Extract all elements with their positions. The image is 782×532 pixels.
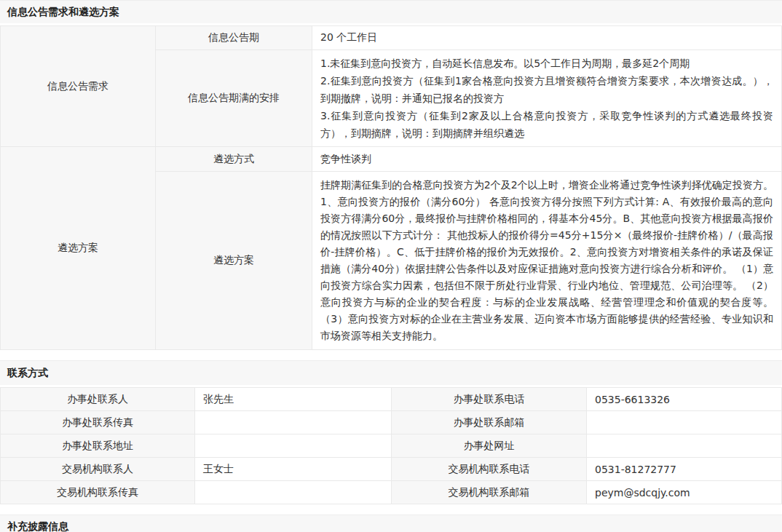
spacer — [0, 350, 782, 360]
field-value-office-address — [195, 434, 392, 458]
field-value-exchange-fax — [195, 481, 392, 504]
field-label-selection-method: 遴选方式 — [156, 147, 312, 172]
field-label-office-address: 办事处联系地址 — [1, 434, 195, 458]
field-value-exchange-contact: 王女士 — [195, 458, 392, 481]
table-row: 办事处联系地址 办事处网址 — [1, 434, 782, 458]
field-label-office-email: 办事处联系邮箱 — [392, 411, 587, 434]
announcement-section-title: 信息公告需求和遴选方案 — [0, 0, 782, 23]
field-value-office-fax — [195, 411, 392, 434]
field-label-office-fax: 办事处联系传真 — [1, 411, 195, 434]
field-label-exchange-fax: 交易机构联系传真 — [1, 481, 195, 504]
field-value-office-phone: 0535-6613326 — [587, 388, 782, 411]
table-row: 办事处联系人 张先生 办事处联系电话 0535-6613326 — [1, 388, 782, 411]
field-value-office-website — [587, 434, 782, 458]
spacer — [0, 504, 782, 515]
field-label-selection-plan: 遴选方案 — [156, 172, 312, 350]
table-row: 交易机构联系人 王女士 交易机构联系电话 0531-81272777 — [1, 458, 782, 481]
table-row: 交易机构联系传真 交易机构联系邮箱 peym@sdcqjy.com — [1, 481, 782, 504]
table-row: 办事处联系传真 办事处联系邮箱 — [1, 411, 782, 434]
field-value-office-contact: 张先生 — [195, 388, 392, 411]
group-label-announcement-need: 信息公告需求 — [1, 26, 156, 147]
contact-section-title: 联系方式 — [0, 360, 782, 385]
table-row: 遴选方案 遴选方式 竞争性谈判 — [1, 147, 782, 172]
field-value-announcement-period: 20 个工作日 — [312, 26, 782, 50]
field-value-expiry-arrangement: 1.未征集到意向投资方，自动延长信息发布。以5个工作日为周期，最多延2个周期 2… — [312, 50, 782, 147]
group-label-selection-plan: 遴选方案 — [1, 147, 156, 350]
field-label-office-website: 办事处网址 — [392, 434, 587, 458]
field-label-exchange-email: 交易机构联系邮箱 — [392, 481, 587, 504]
field-value-selection-plan: 挂牌期满征集到的合格意向投资方为2个及2个以上时，增资企业将通过竞争性谈判择优确… — [312, 172, 782, 350]
field-label-exchange-contact: 交易机构联系人 — [1, 458, 195, 481]
supplement-section-title: 补充披露信息 — [0, 515, 782, 532]
contact-table: 办事处联系人 张先生 办事处联系电话 0535-6613326 办事处联系传真 … — [0, 387, 782, 504]
field-value-office-email — [587, 411, 782, 434]
field-label-announcement-period: 信息公告期 — [156, 26, 312, 50]
announcement-table: 信息公告需求 信息公告期 20 个工作日 信息公告期满的安排 1.未征集到意向投… — [0, 25, 782, 350]
field-value-exchange-phone: 0531-81272777 — [587, 458, 782, 481]
field-label-exchange-phone: 交易机构联系电话 — [392, 458, 587, 481]
field-label-office-contact: 办事处联系人 — [1, 388, 195, 411]
field-value-selection-method: 竞争性谈判 — [312, 147, 782, 172]
field-label-office-phone: 办事处联系电话 — [392, 388, 587, 411]
field-value-exchange-email: peym@sdcqjy.com — [587, 481, 782, 504]
field-label-expiry-arrangement: 信息公告期满的安排 — [156, 50, 312, 147]
table-row: 信息公告需求 信息公告期 20 个工作日 — [1, 26, 782, 50]
